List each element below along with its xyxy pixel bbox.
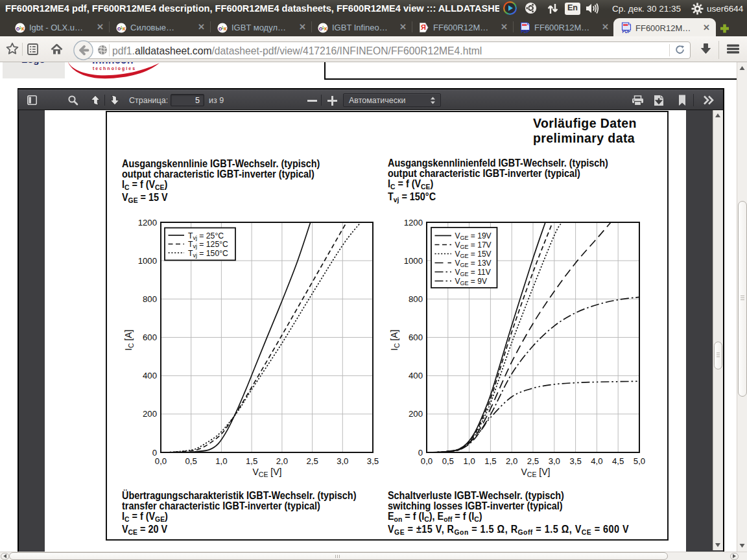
svg-text:VCE [V]: VCE [V] <box>521 467 551 478</box>
svg-text:0,5: 0,5 <box>442 456 454 466</box>
svg-text:3,5: 3,5 <box>569 456 581 466</box>
svg-text:0,0: 0,0 <box>155 456 167 466</box>
svg-text:1,5: 1,5 <box>246 456 257 466</box>
svg-text:2,0: 2,0 <box>506 456 517 466</box>
svg-text:Infineon: Infineon <box>92 62 134 65</box>
svg-text:x: x <box>324 25 327 32</box>
svg-text:technologies: technologies <box>93 66 136 71</box>
svg-text:3,5: 3,5 <box>367 456 379 466</box>
svg-text:200: 200 <box>143 409 157 419</box>
svg-text:x: x <box>21 25 25 32</box>
svg-text:VCE [V]: VCE [V] <box>253 467 282 478</box>
svg-text:x: x <box>123 25 126 32</box>
svg-text:400: 400 <box>409 371 423 380</box>
svg-text:1000: 1000 <box>404 256 423 266</box>
svg-text:3,0: 3,0 <box>337 456 348 466</box>
svg-text:1000: 1000 <box>138 256 157 266</box>
svg-text:PDF: PDF <box>622 29 631 34</box>
svg-text:PDF: PDF <box>521 29 530 34</box>
svg-text:400: 400 <box>143 371 157 380</box>
svg-text:1200: 1200 <box>138 218 157 228</box>
svg-text:600: 600 <box>409 332 423 342</box>
svg-text:5,0: 5,0 <box>634 456 645 466</box>
svg-text:2,0: 2,0 <box>276 456 288 466</box>
svg-text:0,5: 0,5 <box>185 456 197 466</box>
svg-text:2,5: 2,5 <box>527 456 539 466</box>
svg-text:Я: Я <box>421 23 426 31</box>
svg-text:0,0: 0,0 <box>421 456 433 466</box>
svg-text:IC [A]: IC [A] <box>123 330 135 351</box>
svg-text:800: 800 <box>143 294 157 304</box>
svg-text:800: 800 <box>409 294 423 304</box>
svg-text:2,5: 2,5 <box>306 456 318 466</box>
svg-text:1,0: 1,0 <box>215 456 227 466</box>
svg-text:3,0: 3,0 <box>549 456 560 466</box>
svg-text:1,0: 1,0 <box>463 456 475 466</box>
svg-text:IC [A]: IC [A] <box>389 330 401 351</box>
svg-text:x: x <box>224 25 227 32</box>
svg-text:VGE = 9V: VGE = 9V <box>455 277 487 286</box>
svg-text:600: 600 <box>143 332 157 342</box>
svg-text:1200: 1200 <box>404 218 423 228</box>
svg-text:4,0: 4,0 <box>591 456 602 466</box>
svg-text:4,5: 4,5 <box>612 456 624 466</box>
svg-text:200: 200 <box>409 409 423 419</box>
svg-text:1,5: 1,5 <box>484 456 496 466</box>
